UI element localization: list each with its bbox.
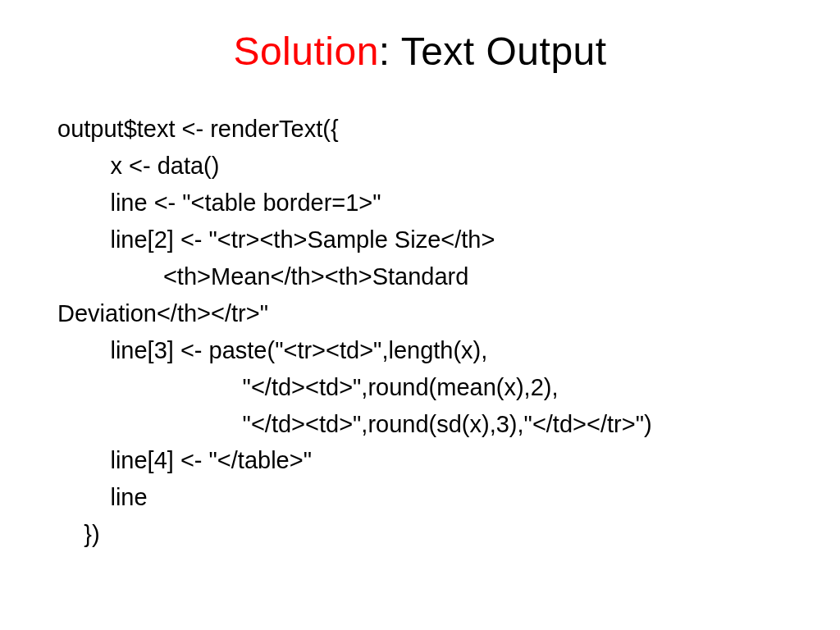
code-line: x <- data() xyxy=(57,148,791,185)
code-line: line xyxy=(57,479,791,516)
title-highlight: Solution xyxy=(233,30,378,73)
code-block: output$text <- renderText({ x <- data() … xyxy=(49,111,791,553)
slide-container: Solution: Text Output output$text <- ren… xyxy=(0,0,840,630)
code-line: line[3] <- paste("<tr><td>",length(x), xyxy=(57,332,791,369)
code-line: "</td><td>",round(sd(x),3),"</td></tr>") xyxy=(57,406,791,443)
code-line: <th>Mean</th><th>Standard xyxy=(57,258,791,295)
code-line: output$text <- renderText({ xyxy=(57,111,791,148)
code-line: line[2] <- "<tr><th>Sample Size</th> xyxy=(57,221,791,258)
code-line: Deviation</th></tr>" xyxy=(57,295,791,332)
code-line: }) xyxy=(57,516,791,553)
code-line: line <- "<table border=1>" xyxy=(57,185,791,221)
code-line: "</td><td>",round(mean(x),2), xyxy=(57,369,791,406)
title-rest: : Text Output xyxy=(379,30,607,73)
slide-title: Solution: Text Output xyxy=(49,29,791,74)
code-line: line[4] <- "</table>" xyxy=(57,442,791,479)
